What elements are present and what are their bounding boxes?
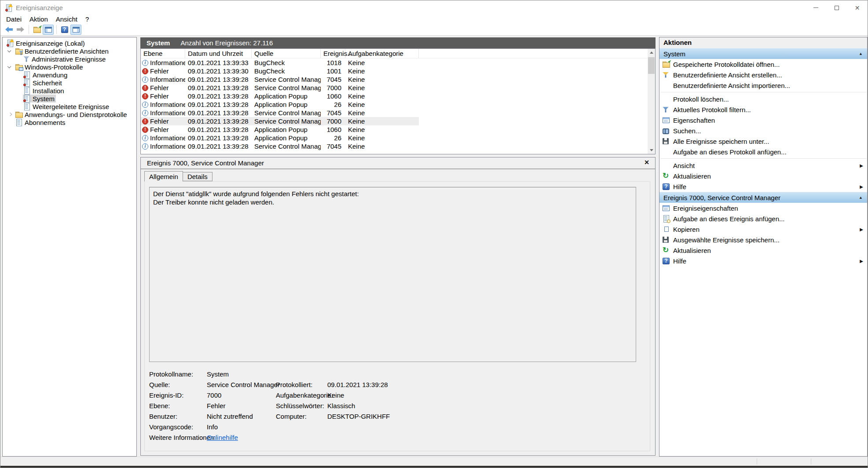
event-row[interactable]: !Fehler 09.01.2021 13:39:28 Application …: [141, 92, 419, 100]
log-caption: System Anzahl von Ereignissen: 27.116: [140, 37, 656, 48]
console-tree-icon: [45, 27, 52, 33]
collapse-icon[interactable]: ▲: [859, 51, 863, 56]
action-view[interactable]: Ansicht ▶: [659, 160, 867, 171]
info-icon: i: [142, 135, 148, 141]
log-caption-count: Anzahl von Ereignissen: 27.116: [180, 39, 273, 47]
action-save-all-events[interactable]: Alle Ereignisse speichern unter...: [659, 136, 867, 146]
action-filter-current-log[interactable]: Aktuelles Protokoll filtern...: [659, 104, 867, 115]
help-icon: ?: [61, 26, 68, 33]
event-row[interactable]: iInformationen 09.01.2021 13:39:28 Servi…: [141, 75, 419, 84]
event-row[interactable]: iInformationen 09.01.2021 13:39:28 Appli…: [141, 134, 419, 142]
column-header-ebene[interactable]: Ebene: [141, 49, 185, 58]
close-button[interactable]: ✕: [847, 0, 868, 15]
forward-button[interactable]: [15, 25, 26, 35]
events-scrollbar[interactable]: [648, 49, 655, 154]
tree-item-windows-logs[interactable]: Windows-Protokolle: [3, 63, 136, 71]
menu-datei[interactable]: Datei: [2, 15, 26, 24]
tree-item-administrative-events[interactable]: Administrative Ereignisse: [3, 55, 136, 63]
toolbar-separator: [29, 25, 29, 34]
toolbar-separator: [56, 25, 57, 34]
action-refresh[interactable]: ↻ Aktualisieren: [659, 171, 867, 181]
taskbar-edge: [0, 466, 868, 468]
actions-section-system[interactable]: System ▲: [659, 48, 867, 59]
expander-icon[interactable]: [8, 113, 12, 116]
collapse-icon[interactable]: ▲: [859, 195, 863, 200]
toggle-console-tree-button[interactable]: [43, 25, 54, 35]
action-help[interactable]: ? Hilfe ▶: [659, 181, 867, 192]
event-row[interactable]: !Fehler 09.01.2021 13:39:28 Service Cont…: [141, 84, 419, 92]
scroll-up-button[interactable]: [648, 49, 655, 56]
submenu-arrow-icon: ▶: [860, 163, 863, 168]
forward-icon: [17, 27, 24, 33]
action-attach-task-to-log[interactable]: Aufgabe an dieses Protokoll anfügen...: [659, 146, 867, 157]
open-saved-log-button[interactable]: [31, 25, 42, 35]
action-refresh-event[interactable]: ↻ Aktualisieren: [659, 245, 867, 256]
event-row[interactable]: iInformationen 09.01.2021 13:39:28 Appli…: [141, 100, 419, 109]
column-header-quelle[interactable]: Quelle: [252, 49, 321, 58]
action-import-custom-view[interactable]: Benutzerdefinierte Ansicht importieren..…: [659, 80, 867, 91]
menu-ansicht[interactable]: Ansicht: [52, 15, 81, 24]
tree-item-root[interactable]: Ereignisanzeige (Lokal): [3, 39, 136, 47]
action-properties[interactable]: Eigenschaften: [659, 115, 867, 125]
action-open-saved-log[interactable]: Gespeicherte Protokolldatei öffnen...: [659, 59, 867, 69]
tab-allgemein[interactable]: Allgemein: [144, 171, 183, 182]
tree-item-installation[interactable]: Installation: [3, 87, 136, 95]
action-find[interactable]: Suchen...: [659, 125, 867, 136]
column-header-aufgabenkategorie[interactable]: Aufgabenkategorie: [345, 49, 419, 58]
action-create-custom-view[interactable]: Benutzerdefinierte Ansicht erstellen...: [659, 69, 867, 80]
tree-item-anwendung[interactable]: Anwendung: [3, 71, 136, 79]
scroll-down-icon: [650, 149, 653, 151]
tree-item-apps-services-logs[interactable]: Anwendungs- und Dienstprotokolle: [3, 110, 136, 118]
help-button[interactable]: ?: [59, 25, 70, 35]
property-row: Weitere Informationen:Onlinehilfe: [145, 432, 650, 443]
error-icon: !: [142, 127, 148, 133]
back-button[interactable]: [4, 25, 15, 35]
document-icon: [23, 103, 30, 110]
list-header: Ebene Datum und Uhrzeit Quelle Ereignis.…: [141, 49, 655, 58]
scroll-thumb[interactable]: [648, 57, 655, 74]
status-bar: [0, 457, 868, 466]
menu-hilfe[interactable]: ?: [81, 15, 93, 24]
action-attach-task-to-event[interactable]: Aufgabe an dieses Ereignis anfügen...: [659, 213, 867, 224]
menu-aktion[interactable]: Aktion: [26, 15, 52, 24]
tree-item-system[interactable]: System: [3, 95, 136, 102]
event-row[interactable]: iInformationen 09.01.2021 13:39:33 BugCh…: [141, 58, 419, 67]
event-row[interactable]: iInformationen 09.01.2021 13:39:28 Servi…: [141, 142, 419, 150]
tree-item-sicherheit[interactable]: Sicherheit: [3, 79, 136, 87]
maximize-button[interactable]: [826, 0, 847, 15]
refresh-icon: ↻: [663, 173, 669, 179]
tab-details[interactable]: Details: [183, 172, 212, 181]
property-row: Vorgangscode:Info: [145, 422, 650, 432]
action-save-selected-events[interactable]: Ausgewählte Ereignisse speichern...: [659, 234, 867, 245]
error-icon: !: [142, 118, 148, 124]
tree-item-custom-views[interactable]: Benutzerdefinierte Ansichten: [3, 47, 136, 55]
status-separator: [811, 458, 811, 464]
column-header-datum[interactable]: Datum und Uhrzeit: [185, 49, 252, 58]
detail-tabs: Allgemein Details: [141, 169, 655, 181]
action-help-event[interactable]: ? Hilfe ▶: [659, 256, 867, 266]
toggle-action-pane-button[interactable]: [70, 25, 81, 35]
event-row-selected[interactable]: !Fehler 09.01.2021 13:39:28 Service Cont…: [141, 117, 419, 125]
event-row[interactable]: iInformationen 09.01.2021 13:39:28 Servi…: [141, 109, 419, 117]
minimize-button[interactable]: [806, 0, 826, 15]
column-header-ereignis[interactable]: Ereignis...: [321, 49, 345, 58]
tree-item-abonnements[interactable]: Abonnements: [3, 118, 136, 126]
tree-splitter[interactable]: [137, 37, 140, 457]
event-row[interactable]: !Fehler 09.01.2021 13:39:30 BugCheck 100…: [141, 67, 419, 75]
task-icon: [663, 215, 670, 222]
expander-icon[interactable]: [7, 49, 11, 52]
status-separator: [757, 458, 757, 464]
action-copy[interactable]: Kopieren ▶: [659, 224, 867, 234]
expander-icon[interactable]: [7, 65, 11, 68]
error-icon: !: [142, 93, 148, 99]
scroll-down-button[interactable]: [648, 146, 655, 154]
window-title: Ereignisanzeige: [16, 4, 63, 11]
action-event-properties[interactable]: Ereigniseigenschaften: [659, 203, 867, 213]
action-clear-log[interactable]: Protokoll löschen...: [659, 94, 867, 104]
onlinehilfe-link[interactable]: Onlinehilfe: [207, 432, 238, 443]
detail-close-button[interactable]: ✕: [644, 159, 649, 166]
event-row[interactable]: !Fehler 09.01.2021 13:39:28 Application …: [141, 125, 419, 134]
tree-item-weitergeleitete[interactable]: Weitergeleitete Ereignisse: [3, 102, 136, 110]
event-viewer-window: Ereignisanzeige ✕ Datei Aktion Ansicht ?…: [0, 0, 868, 468]
actions-section-event[interactable]: Ereignis 7000, Service Control Manager ▲: [659, 192, 867, 203]
